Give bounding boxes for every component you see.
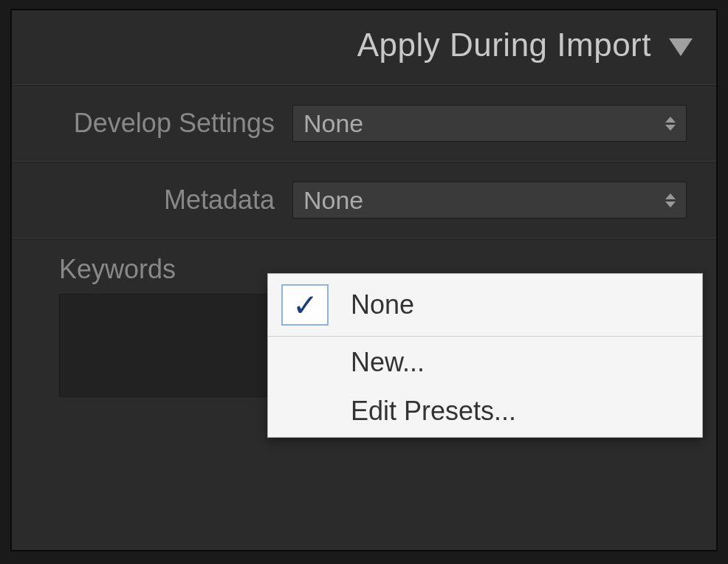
metadata-value: None [303,186,363,215]
menu-item-label: New... [351,347,425,378]
develop-settings-value: None [303,109,363,138]
metadata-row: Metadata None [12,162,716,238]
collapse-triangle-icon[interactable] [669,38,693,56]
metadata-dropdown[interactable]: None [292,182,687,219]
menu-item-label: None [351,289,414,320]
menu-item-label: Edit Presets... [351,396,516,427]
menu-item-new[interactable]: New... [268,337,702,388]
checkmark-icon: ✓ [292,287,318,323]
develop-settings-row: Develop Settings None [12,85,716,162]
develop-settings-label: Develop Settings [12,108,292,139]
menu-item-edit-presets[interactable]: Edit Presets... [268,388,702,437]
metadata-dropdown-menu: ✓ None New... Edit Presets... [267,273,703,438]
menu-item-none[interactable]: ✓ None [268,274,702,336]
metadata-label: Metadata [12,185,292,216]
apply-during-import-panel: Apply During Import Develop Settings Non… [10,9,718,551]
develop-settings-dropdown[interactable]: None [292,105,687,142]
panel-title: Apply During Import [357,27,651,63]
updown-arrow-icon [665,117,676,131]
updown-arrow-icon [665,193,676,207]
checkmark-box: ✓ [281,284,329,326]
panel-header[interactable]: Apply During Import [12,10,716,85]
